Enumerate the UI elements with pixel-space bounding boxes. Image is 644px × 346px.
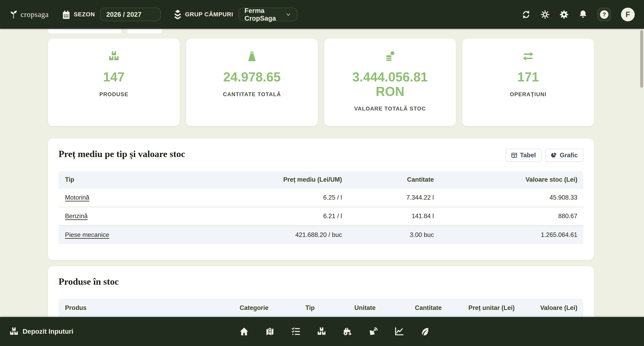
stat-card-cantitate: 24.978.65 CANTITATE TOTALĂ bbox=[186, 38, 318, 126]
checklist-icon[interactable] bbox=[291, 327, 300, 336]
column-header: Categorie bbox=[190, 299, 268, 317]
season-label: SEZON bbox=[74, 11, 95, 18]
stat-value: 24.978.65 bbox=[223, 70, 281, 84]
price-table-header-row: Tip Preț mediu (Lei/UM) Cantitate Valoar… bbox=[58, 171, 584, 188]
column-header: Cantitate bbox=[376, 299, 442, 317]
stat-value: 171 bbox=[518, 70, 539, 84]
cell-valoare: 45.908.33 bbox=[434, 188, 584, 207]
price-section: Preț mediu pe tip și valoare stoc Tabel bbox=[48, 139, 594, 260]
sprout-logo-icon bbox=[9, 10, 18, 19]
gear-icon[interactable] bbox=[560, 10, 568, 19]
bottom-nav bbox=[240, 327, 430, 336]
season-value: 2026 / 2027 bbox=[106, 11, 141, 18]
cell-pret-mediu: 421.688.20 / buc bbox=[268, 225, 342, 244]
boxes-stacked-icon bbox=[108, 50, 120, 62]
satellite-dish-icon[interactable] bbox=[369, 327, 378, 336]
column-header: Valoare (Lei) bbox=[514, 299, 584, 317]
type-link[interactable]: Piese mecanice bbox=[65, 231, 109, 238]
logo-text: cropsaga bbox=[20, 10, 49, 19]
clipped-card-fragment bbox=[48, 29, 122, 34]
calendar-icon bbox=[62, 10, 70, 19]
weight-icon bbox=[246, 50, 258, 62]
stat-value: 147 bbox=[103, 70, 125, 84]
stat-label: PRODUSE bbox=[99, 91, 128, 98]
stat-card-produse: 147 PRODUSE bbox=[48, 38, 180, 126]
chart-view-button[interactable]: Grafic bbox=[545, 149, 584, 162]
navbar-actions: ? F bbox=[522, 8, 635, 21]
stat-card-operatiuni: 171 OPERAȚIUNI bbox=[462, 38, 594, 126]
avatar-initial: F bbox=[626, 10, 630, 19]
season-select[interactable]: 2026 / 2027 bbox=[100, 8, 161, 21]
refresh-icon[interactable] bbox=[522, 10, 530, 19]
question-mark-icon: ? bbox=[600, 10, 608, 19]
app-logo[interactable]: cropsaga bbox=[9, 10, 49, 19]
type-link[interactable]: Motorină bbox=[65, 194, 90, 201]
field-group-label: GRUP CÂMPURI bbox=[185, 11, 233, 18]
column-header: Tip bbox=[58, 171, 268, 188]
layers-icon bbox=[174, 9, 181, 20]
field-group-group: GRUP CÂMPURI Ferma CropSaga bbox=[174, 8, 297, 21]
price-section-title: Preț mediu pe tip și valoare stoc bbox=[58, 149, 185, 159]
column-header: Preț mediu (Lei/UM) bbox=[268, 171, 342, 188]
stat-label: OPERAȚIUNI bbox=[510, 91, 546, 98]
leaf-icon[interactable] bbox=[420, 327, 430, 336]
bell-icon[interactable] bbox=[578, 10, 588, 19]
season-group: SEZON 2026 / 2027 bbox=[62, 8, 161, 21]
column-header: Tip bbox=[268, 299, 315, 317]
sun-icon[interactable] bbox=[541, 10, 550, 19]
field-group-select[interactable]: Ferma CropSaga bbox=[238, 8, 297, 21]
context-indicator: Depozit Inputuri bbox=[9, 327, 73, 336]
stat-card-valoare: 3.444.056.81RON VALOARE TOTALĂ STOC bbox=[324, 38, 456, 126]
column-header: Produs bbox=[58, 299, 190, 317]
table-view-button[interactable]: Tabel bbox=[506, 149, 542, 162]
cell-valoare: 1.265.064.61 bbox=[434, 225, 584, 244]
table-icon bbox=[511, 152, 517, 158]
main-content: 147 PRODUSE 24.978.65 CANTITATE TOTALĂ bbox=[0, 29, 644, 317]
column-header: Preț unitar (Lei) bbox=[442, 299, 514, 317]
help-button[interactable]: ? bbox=[598, 8, 611, 21]
scrollbar-thumb[interactable] bbox=[640, 30, 643, 88]
tractor-icon[interactable] bbox=[343, 327, 352, 336]
type-link[interactable]: Benzină bbox=[65, 212, 88, 220]
field-group-value: Ferma CropSaga bbox=[244, 7, 285, 22]
transfer-arrows-icon bbox=[522, 50, 534, 62]
column-header: Valoare stoc (Lei) bbox=[434, 171, 584, 188]
top-navbar: cropsaga SEZON 2026 / 2027 bbox=[0, 0, 644, 29]
column-header: Cantitate bbox=[342, 171, 434, 188]
pie-chart-icon bbox=[551, 152, 557, 158]
chevron-down-icon bbox=[285, 11, 291, 17]
stat-value: 3.444.056.81RON bbox=[352, 70, 428, 99]
coins-icon bbox=[384, 50, 396, 62]
table-row: Motorină 6.25 / l 7.344.22 l 45.908.33 bbox=[58, 188, 584, 207]
stock-section: Produse în stoc Produs Categorie Tip Uni… bbox=[48, 266, 594, 317]
home-icon[interactable] bbox=[240, 327, 249, 336]
cell-cantitate: 3.00 buc bbox=[342, 225, 434, 244]
price-table: Tip Preț mediu (Lei/UM) Cantitate Valoar… bbox=[58, 171, 584, 244]
boxes-stacked-icon bbox=[9, 327, 18, 336]
column-header: Unitate bbox=[315, 299, 376, 317]
boxes-stacked-icon[interactable] bbox=[317, 327, 326, 336]
map-icon[interactable] bbox=[265, 327, 274, 336]
view-switch: Tabel Grafic bbox=[506, 149, 584, 162]
stock-table-header-row: Produs Categorie Tip Unitate Cantitate P… bbox=[58, 299, 584, 317]
table-row: Benzină 6.21 / l 141.84 l 880.67 bbox=[58, 207, 584, 225]
stats-row: 147 PRODUSE 24.978.65 CANTITATE TOTALĂ bbox=[48, 38, 594, 126]
cell-cantitate: 141.84 l bbox=[342, 207, 434, 225]
table-row: Piese mecanice 421.688.20 / buc 3.00 buc… bbox=[58, 225, 584, 244]
user-avatar[interactable]: F bbox=[621, 8, 635, 21]
stat-label: VALOARE TOTALĂ STOC bbox=[354, 106, 426, 112]
cell-pret-mediu: 6.21 / l bbox=[268, 207, 342, 225]
stock-table: Produs Categorie Tip Unitate Cantitate P… bbox=[58, 299, 584, 317]
clipped-card-fragment bbox=[127, 29, 163, 34]
page: cropsaga SEZON 2026 / 2027 bbox=[0, 0, 644, 346]
context-label: Depozit Inputuri bbox=[22, 328, 73, 335]
stat-label: CANTITATE TOTALĂ bbox=[223, 91, 281, 98]
cell-valoare: 880.67 bbox=[434, 207, 584, 225]
chart-line-icon[interactable] bbox=[394, 327, 404, 336]
bottom-navbar: Depozit Inputuri bbox=[0, 317, 644, 346]
cell-pret-mediu: 6.25 / l bbox=[268, 188, 342, 207]
stock-section-title: Produse în stoc bbox=[58, 276, 119, 287]
cell-cantitate: 7.344.22 l bbox=[342, 188, 434, 207]
